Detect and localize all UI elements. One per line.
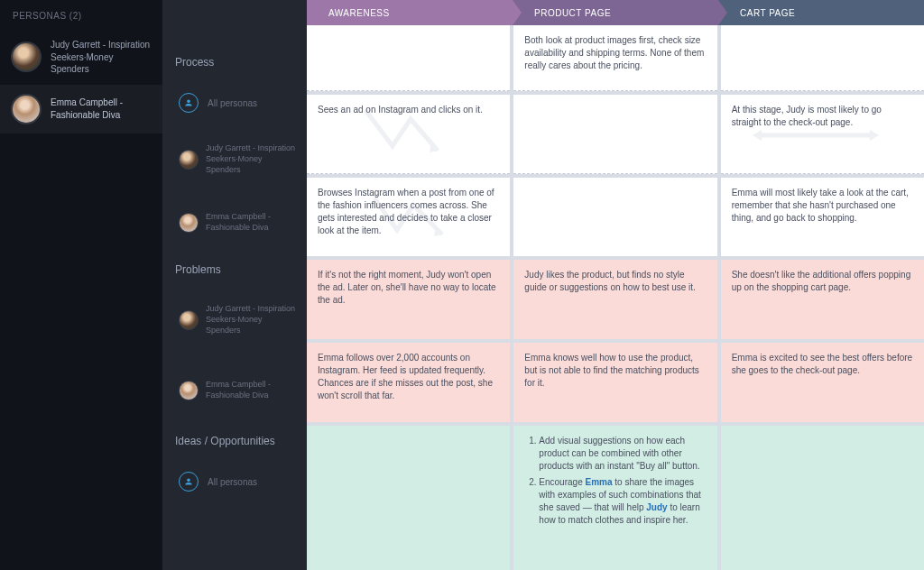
row-header-problems-emma[interactable]: Emma Campbell - Fashionable Diva	[162, 355, 307, 426]
cell-process-judy-product[interactable]	[513, 95, 716, 174]
cell-process-all-product[interactable]: Both look at product images first, check…	[513, 25, 716, 91]
cell-ideas-all-product[interactable]: Add visual suggestions on how each produ…	[513, 426, 716, 570]
cell-process-emma-cart[interactable]: Emma will most likely take a look at the…	[721, 178, 924, 257]
section-process-label: Process	[162, 47, 307, 78]
row-label-emma: Emma Campbell - Fashionable Diva	[206, 212, 298, 233]
app-root: PERSONAS (2) Judy Garrett - Inspiration …	[0, 0, 924, 570]
cell-process-judy-cart[interactable]: At this stage, Judy is most likely to go…	[721, 95, 924, 174]
row-header-ideas-all[interactable]: All personas	[162, 456, 307, 507]
cell-ideas-all-cart[interactable]	[721, 426, 924, 570]
row-header-process-emma[interactable]: Emma Campbell - Fashionable Diva	[162, 191, 307, 254]
users-icon	[179, 472, 199, 492]
avatar-emma-icon	[179, 381, 199, 400]
personas-sidebar: PERSONAS (2) Judy Garrett - Inspiration …	[0, 0, 162, 570]
row-header-problems-judy[interactable]: Judy Garrett - Inspiration Seekers·Money…	[162, 285, 307, 355]
sidebar-item-emma[interactable]: Emma Campbell - Fashionable Diva	[0, 85, 162, 133]
persona-label-emma: Emma Campbell - Fashionable Diva	[51, 97, 152, 121]
users-icon	[179, 93, 199, 113]
section-problems-label: Problems	[162, 254, 307, 285]
journey-grid: AWARENESS PRODUCT PAGE CART PAGE Both lo…	[307, 0, 924, 570]
stage-product-page[interactable]: PRODUCT PAGE	[513, 0, 718, 25]
cell-problems-judy-awareness[interactable]: If it's not the right moment, Judy won't…	[307, 260, 510, 339]
cell-problems-emma-product[interactable]: Emma knows well how to use the product, …	[513, 343, 716, 422]
all-personas-label: All personas	[208, 97, 257, 109]
persona-label-judy: Judy Garrett - Inspiration Seekers·Money…	[51, 39, 152, 76]
cell-process-emma-product[interactable]	[513, 178, 716, 257]
row-label-emma: Emma Campbell - Fashionable Diva	[206, 380, 298, 400]
sidebar-item-judy[interactable]: Judy Garrett - Inspiration Seekers·Money…	[0, 30, 162, 85]
cell-process-all-awareness[interactable]	[307, 25, 510, 91]
avatar-judy-icon	[179, 310, 199, 330]
stage-cart-page[interactable]: CART PAGE	[718, 0, 924, 25]
ideas-list-item: Encourage Emma to share the images with …	[539, 476, 706, 527]
row-header-all-personas[interactable]: All personas	[162, 78, 307, 128]
cell-problems-emma-awareness[interactable]: Emma follows over 2,000 accounts on Inst…	[307, 343, 510, 422]
cell-process-judy-awareness[interactable]: Sees an ad on Instagram and clicks on it…	[307, 95, 510, 174]
cell-process-all-cart[interactable]	[721, 25, 924, 91]
cell-problems-judy-cart[interactable]: She doesn't like the additional offers p…	[721, 260, 924, 339]
avatar-emma-icon	[179, 213, 199, 233]
cell-text: Sees an ad on Instagram and clicks on it…	[318, 105, 483, 115]
ideas-list: Add visual suggestions on how each produ…	[524, 435, 706, 527]
avatar-judy-icon	[179, 150, 199, 170]
ideas-list-item: Add visual suggestions on how each produ…	[539, 435, 706, 473]
row-label-judy: Judy Garrett - Inspiration Seekers·Money…	[206, 304, 298, 336]
cell-text: Browses Instagram when a post from one o…	[318, 188, 494, 235]
cell-problems-emma-cart[interactable]: Emma is excited to see the best offers b…	[721, 343, 924, 422]
cells-grid: Both look at product images first, check…	[307, 25, 924, 570]
all-personas-label: All personas	[208, 476, 257, 488]
cell-ideas-all-awareness[interactable]	[307, 426, 510, 570]
cell-problems-judy-product[interactable]: Judy likes the product, but finds no sty…	[513, 260, 716, 339]
avatar-judy	[11, 41, 42, 72]
stage-awareness[interactable]: AWARENESS	[307, 0, 513, 25]
row-header-process-judy[interactable]: Judy Garrett - Inspiration Seekers·Money…	[162, 128, 307, 191]
cell-process-emma-awareness[interactable]: Browses Instagram when a post from one o…	[307, 178, 510, 257]
section-ideas-label: Ideas / Opportunities	[162, 426, 307, 456]
sidebar-title: PERSONAS (2)	[0, 7, 162, 30]
row-label-judy: Judy Garrett - Inspiration Seekers·Money…	[206, 143, 298, 175]
row-headers-column: Process All personas Judy Garrett - Insp…	[162, 0, 307, 570]
stage-header-row: AWARENESS PRODUCT PAGE CART PAGE	[307, 0, 924, 25]
cell-text: At this stage, Judy is most likely to go…	[732, 105, 882, 127]
avatar-emma	[11, 94, 42, 124]
